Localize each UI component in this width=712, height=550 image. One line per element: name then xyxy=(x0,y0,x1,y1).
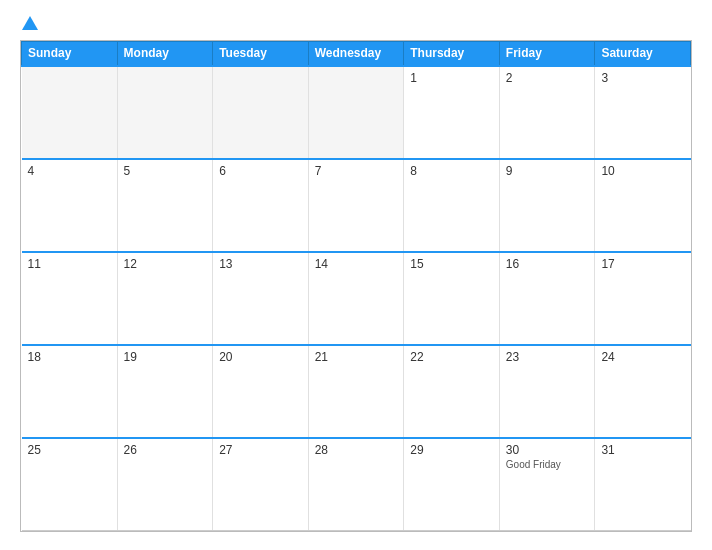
calendar-day-cell: 10 xyxy=(595,159,691,252)
day-number: 30 xyxy=(506,443,589,457)
day-number: 18 xyxy=(28,350,111,364)
calendar-day-cell: 22 xyxy=(404,345,500,438)
calendar-day-cell: 30Good Friday xyxy=(499,438,595,531)
calendar-day-cell: 9 xyxy=(499,159,595,252)
day-number: 31 xyxy=(601,443,684,457)
calendar-week-row: 123 xyxy=(22,66,691,159)
calendar-day-cell: 6 xyxy=(213,159,309,252)
calendar-day-cell: 7 xyxy=(308,159,404,252)
day-header-saturday: Saturday xyxy=(595,42,691,66)
calendar-day-cell xyxy=(117,66,213,159)
day-number: 19 xyxy=(124,350,207,364)
calendar-day-cell xyxy=(308,66,404,159)
calendar-day-cell: 28 xyxy=(308,438,404,531)
calendar-day-cell: 13 xyxy=(213,252,309,345)
day-number: 26 xyxy=(124,443,207,457)
calendar-week-row: 252627282930Good Friday31 xyxy=(22,438,691,531)
day-number: 27 xyxy=(219,443,302,457)
day-number: 28 xyxy=(315,443,398,457)
calendar-day-cell: 19 xyxy=(117,345,213,438)
calendar-day-cell: 5 xyxy=(117,159,213,252)
day-number: 20 xyxy=(219,350,302,364)
day-number: 15 xyxy=(410,257,493,271)
calendar-week-row: 18192021222324 xyxy=(22,345,691,438)
calendar-week-row: 45678910 xyxy=(22,159,691,252)
day-number: 12 xyxy=(124,257,207,271)
calendar-day-cell: 23 xyxy=(499,345,595,438)
day-number: 17 xyxy=(601,257,684,271)
day-header-monday: Monday xyxy=(117,42,213,66)
calendar-day-cell: 27 xyxy=(213,438,309,531)
day-number: 1 xyxy=(410,71,493,85)
calendar-day-cell: 26 xyxy=(117,438,213,531)
calendar-day-cell: 8 xyxy=(404,159,500,252)
holiday-label: Good Friday xyxy=(506,459,589,470)
calendar-header-row: SundayMondayTuesdayWednesdayThursdayFrid… xyxy=(22,42,691,66)
header xyxy=(20,18,692,30)
calendar-day-cell: 31 xyxy=(595,438,691,531)
day-number: 4 xyxy=(28,164,111,178)
day-number: 24 xyxy=(601,350,684,364)
day-header-tuesday: Tuesday xyxy=(213,42,309,66)
calendar-day-cell: 14 xyxy=(308,252,404,345)
day-header-sunday: Sunday xyxy=(22,42,118,66)
day-number: 29 xyxy=(410,443,493,457)
day-header-wednesday: Wednesday xyxy=(308,42,404,66)
day-number: 11 xyxy=(28,257,111,271)
calendar-day-cell: 2 xyxy=(499,66,595,159)
calendar-day-cell: 12 xyxy=(117,252,213,345)
day-number: 25 xyxy=(28,443,111,457)
calendar-day-cell xyxy=(22,66,118,159)
page: SundayMondayTuesdayWednesdayThursdayFrid… xyxy=(0,0,712,550)
day-number: 23 xyxy=(506,350,589,364)
day-number: 22 xyxy=(410,350,493,364)
day-number: 14 xyxy=(315,257,398,271)
calendar-day-cell: 21 xyxy=(308,345,404,438)
calendar-day-cell: 11 xyxy=(22,252,118,345)
calendar-day-cell: 20 xyxy=(213,345,309,438)
day-number: 9 xyxy=(506,164,589,178)
day-number: 16 xyxy=(506,257,589,271)
day-number: 10 xyxy=(601,164,684,178)
calendar-day-cell xyxy=(213,66,309,159)
day-number: 5 xyxy=(124,164,207,178)
calendar-table: SundayMondayTuesdayWednesdayThursdayFrid… xyxy=(21,41,691,531)
calendar-day-cell: 25 xyxy=(22,438,118,531)
calendar-day-cell: 29 xyxy=(404,438,500,531)
calendar-day-cell: 3 xyxy=(595,66,691,159)
calendar-week-row: 11121314151617 xyxy=(22,252,691,345)
day-number: 2 xyxy=(506,71,589,85)
day-number: 13 xyxy=(219,257,302,271)
day-header-thursday: Thursday xyxy=(404,42,500,66)
day-number: 8 xyxy=(410,164,493,178)
day-header-friday: Friday xyxy=(499,42,595,66)
day-number: 6 xyxy=(219,164,302,178)
day-number: 21 xyxy=(315,350,398,364)
calendar-day-cell: 1 xyxy=(404,66,500,159)
day-number: 7 xyxy=(315,164,398,178)
calendar-day-cell: 17 xyxy=(595,252,691,345)
calendar-day-cell: 4 xyxy=(22,159,118,252)
calendar-day-cell: 18 xyxy=(22,345,118,438)
logo xyxy=(20,18,38,30)
calendar-day-cell: 16 xyxy=(499,252,595,345)
logo-triangle-icon xyxy=(22,16,38,30)
calendar-day-cell: 24 xyxy=(595,345,691,438)
calendar: SundayMondayTuesdayWednesdayThursdayFrid… xyxy=(20,40,692,532)
day-number: 3 xyxy=(601,71,684,85)
calendar-day-cell: 15 xyxy=(404,252,500,345)
